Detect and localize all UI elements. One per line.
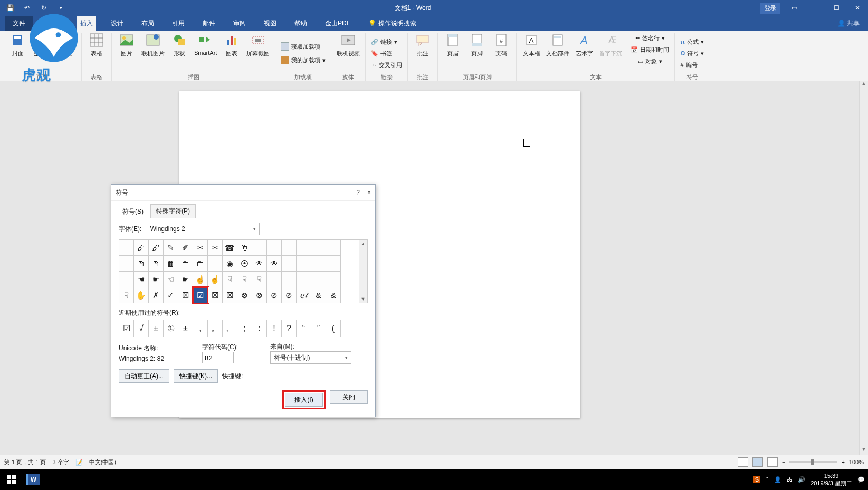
symbol-cell[interactable]: ☟ xyxy=(237,272,252,287)
proofing-icon[interactable]: 📝 xyxy=(75,459,83,466)
picture-button[interactable]: 图片 xyxy=(117,33,136,57)
symbol-button[interactable]: Ω符号 ▾ xyxy=(680,48,704,59)
close-icon[interactable]: ✕ xyxy=(847,0,868,16)
number-button[interactable]: #编号 xyxy=(680,60,697,70)
symbol-cell[interactable] xyxy=(267,240,282,256)
symbol-cell[interactable]: & xyxy=(311,287,326,303)
network-icon[interactable]: 🖧 xyxy=(787,476,793,483)
symbol-cell[interactable]: ✋ xyxy=(134,287,149,303)
recent-symbols-grid[interactable]: ☑√±①±,。、;：!?“”( xyxy=(119,320,368,337)
symbol-cell[interactable]: ☟ xyxy=(119,287,134,303)
tab-file[interactable]: 文件 xyxy=(5,16,33,31)
qat-more-icon[interactable]: ▾ xyxy=(56,5,65,11)
maximize-icon[interactable]: ☐ xyxy=(826,0,847,16)
tab-symbols[interactable]: 符号(S) xyxy=(117,205,149,218)
status-language[interactable]: 中文(中国) xyxy=(89,458,116,466)
recent-symbol-cell[interactable]: ： xyxy=(252,320,267,337)
symbol-cell[interactable]: ☛ xyxy=(149,272,164,287)
symbol-cell[interactable] xyxy=(267,272,282,287)
bookmark-button[interactable]: 🔖书签 xyxy=(371,48,392,59)
save-icon[interactable]: 💾 xyxy=(5,4,15,12)
symbol-cell[interactable]: ✐ xyxy=(178,240,193,256)
symbol-cell[interactable]: ☝ xyxy=(208,272,223,287)
symbol-cell[interactable] xyxy=(252,240,267,256)
chart-button[interactable]: 图表 xyxy=(222,33,241,57)
symbol-cell[interactable] xyxy=(326,272,341,287)
symbol-cell[interactable]: ☝ xyxy=(193,272,208,287)
tray-overflow-icon[interactable]: ˄ xyxy=(766,476,769,483)
symbol-grid[interactable]: 🖊🖊✎✐✂✂☎🖰🗎🗎🗑🗀🗀◉⦿👁👁☚☛☜☛☝☝☟☟☟☟✋✗✓☒☑☒☒⊗⊗⊘⊘ℯ𝓉… xyxy=(119,239,359,303)
symbol-cell[interactable] xyxy=(326,240,341,256)
insert-button[interactable]: 插入(I) xyxy=(285,393,323,407)
symbol-cell[interactable] xyxy=(326,256,341,272)
symbol-cell[interactable] xyxy=(297,272,311,287)
doc-parts-button[interactable]: 文档部件 xyxy=(546,33,569,57)
symbol-cell[interactable]: ✂ xyxy=(193,240,208,256)
tab-review[interactable]: 审阅 xyxy=(230,16,249,31)
get-addins-button[interactable]: 获取加载项 xyxy=(281,41,320,52)
symbol-cell[interactable]: 🗑 xyxy=(164,256,178,272)
symbol-cell[interactable]: 🖰 xyxy=(237,240,252,256)
char-code-input[interactable] xyxy=(202,352,234,363)
tab-start[interactable]: 开始 xyxy=(46,16,65,31)
symbol-cell[interactable] xyxy=(311,272,326,287)
recent-symbol-cell[interactable]: ± xyxy=(178,320,193,337)
header-button[interactable]: 页眉 xyxy=(443,33,462,57)
undo-icon[interactable]: ↶ xyxy=(22,4,32,12)
smartart-button[interactable]: SmartArt xyxy=(194,33,217,56)
view-print-button[interactable] xyxy=(752,457,763,467)
people-icon[interactable]: 👤 xyxy=(774,476,781,483)
login-button[interactable]: 登录 xyxy=(760,3,780,14)
symbol-cell[interactable] xyxy=(297,240,311,256)
symbol-cell[interactable]: 🖊 xyxy=(134,240,149,256)
tab-layout[interactable]: 布局 xyxy=(138,16,157,31)
online-video-button[interactable]: 联机视频 xyxy=(337,33,360,57)
dialog-close-button[interactable]: × xyxy=(367,189,371,196)
from-select[interactable]: 符号(十进制) ▾ xyxy=(270,351,351,364)
status-page[interactable]: 第 1 页，共 1 页 xyxy=(4,458,46,466)
recent-symbol-cell[interactable]: ± xyxy=(149,320,164,337)
tab-reference[interactable]: 引用 xyxy=(169,16,188,31)
recent-symbol-cell[interactable]: ( xyxy=(326,320,341,337)
tab-view[interactable]: 视图 xyxy=(261,16,280,31)
autocorrect-button[interactable]: 自动更正(A)... xyxy=(119,369,169,383)
symbol-cell[interactable]: ☒ xyxy=(223,287,237,303)
symbol-cell[interactable]: 🗀 xyxy=(193,256,208,272)
symbol-grid-scrollbar[interactable]: ▲ ▼ xyxy=(359,239,368,303)
task-word[interactable]: W xyxy=(22,471,43,488)
symbol-cell[interactable]: ℯ𝓉 xyxy=(297,287,311,303)
symbol-cell[interactable]: ✎ xyxy=(164,240,178,256)
symbol-cell[interactable]: 👁 xyxy=(252,256,267,272)
scroll-up-icon[interactable]: ▲ xyxy=(361,240,366,247)
tell-me[interactable]: 💡操作说明搜索 xyxy=(365,16,419,31)
vertical-scrollbar[interactable]: ▲ ▼ xyxy=(859,81,868,455)
taskbar-clock[interactable]: 15:39 2019/9/3 星期二 xyxy=(810,472,852,487)
signature-line-button[interactable]: ✒签名行 ▾ xyxy=(635,33,665,43)
font-select[interactable]: Wingdings 2 ▾ xyxy=(147,223,260,235)
symbol-cell[interactable] xyxy=(119,272,134,287)
symbol-cell[interactable]: ☟ xyxy=(252,272,267,287)
ime-icon[interactable]: S xyxy=(753,476,760,483)
recent-symbol-cell[interactable]: “ xyxy=(297,320,311,337)
recent-symbol-cell[interactable]: √ xyxy=(134,320,149,337)
shapes-button[interactable]: 形状 xyxy=(170,33,189,57)
symbol-cell[interactable]: ✂ xyxy=(208,240,223,256)
symbol-cell[interactable] xyxy=(282,272,297,287)
footer-button[interactable]: 页脚 xyxy=(468,33,487,57)
tab-jspdf[interactable]: 金山PDF xyxy=(322,16,354,31)
close-button[interactable]: 关闭 xyxy=(330,390,368,404)
zoom-slider[interactable] xyxy=(789,461,837,463)
wordart-button[interactable]: A艺术字 xyxy=(575,33,594,57)
link-button[interactable]: 🔗链接 ▾ xyxy=(371,36,397,47)
symbol-cell[interactable]: 🗀 xyxy=(178,256,193,272)
symbol-cell[interactable]: ✓ xyxy=(164,287,178,303)
symbol-cell[interactable]: ⦿ xyxy=(237,256,252,272)
recent-symbol-cell[interactable]: , xyxy=(193,320,208,337)
symbol-cell[interactable]: 👁 xyxy=(267,256,282,272)
object-button[interactable]: ▭对象 ▾ xyxy=(638,56,662,66)
symbol-cell[interactable]: ☑ xyxy=(193,287,208,303)
symbol-cell[interactable]: 🗎 xyxy=(134,256,149,272)
symbol-cell[interactable]: ☜ xyxy=(164,272,178,287)
dropcap-button[interactable]: A首字下沉 xyxy=(599,33,622,57)
dialog-help-button[interactable]: ? xyxy=(356,189,360,196)
